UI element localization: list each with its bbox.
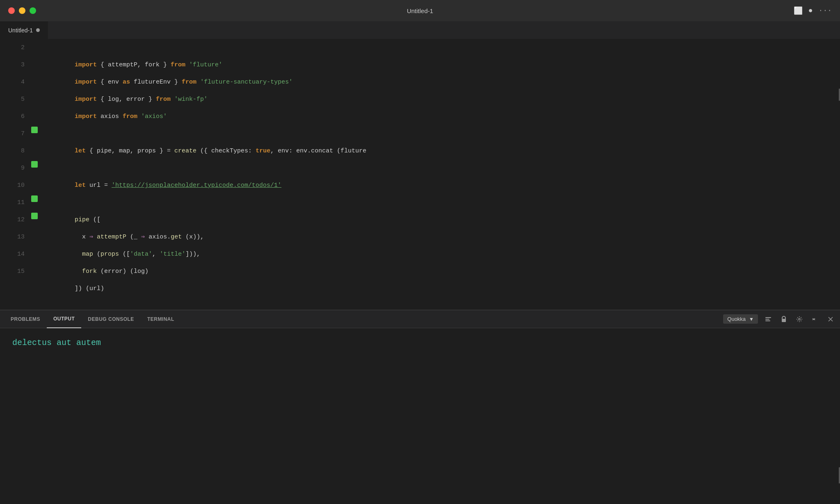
tab-terminal[interactable]: TERMINAL xyxy=(141,310,181,328)
code-line-12: x ⇒ attemptP (_ ⇒ axios.get (x)), xyxy=(45,211,840,229)
line-numbers: 2 3 4 5 6 7 8 9 10 11 12 13 14 15 xyxy=(0,39,29,310)
svg-rect-3 xyxy=(782,319,786,322)
tab-debug-label: DEBUG CONSOLE xyxy=(88,316,134,322)
tab-label: Untitled-1 xyxy=(8,27,33,34)
code-line-2: import { attemptP, fork } from 'fluture' xyxy=(45,39,840,57)
chevron-down-icon: ▼ xyxy=(749,316,754,322)
svg-point-4 xyxy=(799,318,800,320)
line-num-5: 5 xyxy=(0,91,25,108)
tab-dirty-indicator xyxy=(36,28,40,32)
settings-icon[interactable] xyxy=(794,314,805,325)
close-button[interactable] xyxy=(8,7,15,14)
expand-panel-icon[interactable] xyxy=(810,314,820,325)
split-editor-icon[interactable]: ⬜ xyxy=(794,6,803,15)
lock-icon[interactable] xyxy=(778,314,789,325)
code-line-9: let url = 'https://jsonplaceholder.typic… xyxy=(45,160,840,177)
breakpoint-7[interactable] xyxy=(31,127,38,133)
line-num-4: 4 xyxy=(0,74,25,91)
more-actions-icon[interactable]: ··· xyxy=(819,7,832,15)
clear-output-icon[interactable] xyxy=(763,314,774,325)
line-num-13: 13 xyxy=(0,229,25,246)
panel-tab-actions: Quokka ▼ xyxy=(723,314,836,325)
line-num-3: 3 xyxy=(0,57,25,74)
tab-problems-label: PROBLEMS xyxy=(11,316,40,322)
line-num-10: 10 xyxy=(0,177,25,194)
tab-debug-console[interactable]: DEBUG CONSOLE xyxy=(81,310,141,328)
code-line-11: pipe ([ xyxy=(45,194,840,211)
output-source-label: Quokka xyxy=(727,316,746,322)
line-num-9: 9 xyxy=(0,160,25,177)
editor-tab[interactable]: Untitled-1 xyxy=(0,21,48,39)
code-editor[interactable]: 2 3 4 5 6 7 8 9 10 11 12 13 14 15 xyxy=(0,39,840,310)
line-num-7: 7 xyxy=(0,125,25,143)
output-source-dropdown[interactable]: Quokka ▼ xyxy=(723,314,758,324)
code-line-7: let { pipe, map, props } = create ({ che… xyxy=(45,125,840,143)
minimize-button[interactable] xyxy=(19,7,25,14)
tabbar: Untitled-1 xyxy=(0,21,840,39)
titlebar-actions: ⬜ ● ··· xyxy=(794,6,832,15)
tab-terminal-label: TERMINAL xyxy=(147,316,174,322)
tab-problems[interactable]: PROBLEMS xyxy=(4,310,47,328)
line-num-11: 11 xyxy=(0,194,25,211)
svg-rect-1 xyxy=(765,319,769,320)
breakpoint-11[interactable] xyxy=(31,195,38,202)
output-container: delectus aut autem xyxy=(0,328,840,504)
close-panel-icon[interactable] xyxy=(825,314,836,325)
window-controls xyxy=(8,7,36,14)
breakpoint-9[interactable] xyxy=(31,161,38,168)
line-num-15: 15 xyxy=(0,263,25,280)
dirty-dot-icon: ● xyxy=(808,7,813,15)
line-num-2: 2 xyxy=(0,39,25,57)
output-panel: delectus aut autem xyxy=(0,328,840,504)
titlebar: Untitled-1 ⬜ ● ··· xyxy=(0,0,840,21)
output-text: delectus aut autem xyxy=(12,338,101,347)
window-title: Untitled-1 xyxy=(407,7,433,14)
breakpoint-12[interactable] xyxy=(31,213,38,219)
code-content[interactable]: import { attemptP, fork } from 'fluture'… xyxy=(41,39,840,310)
maximize-button[interactable] xyxy=(30,7,36,14)
svg-rect-2 xyxy=(765,320,770,321)
line-num-12: 12 xyxy=(0,211,25,229)
gutter xyxy=(29,39,41,310)
line-num-8: 8 xyxy=(0,143,25,160)
line-num-14: 14 xyxy=(0,246,25,263)
svg-rect-0 xyxy=(765,317,771,318)
editor-container: 2 3 4 5 6 7 8 9 10 11 12 13 14 15 xyxy=(0,39,840,310)
panel-tabs: PROBLEMS OUTPUT DEBUG CONSOLE TERMINAL Q… xyxy=(0,310,840,328)
code-line-15: ]) (url) xyxy=(45,263,840,280)
line-num-6: 6 xyxy=(0,108,25,125)
tab-output[interactable]: OUTPUT xyxy=(47,310,81,328)
tab-output-label: OUTPUT xyxy=(53,316,75,322)
